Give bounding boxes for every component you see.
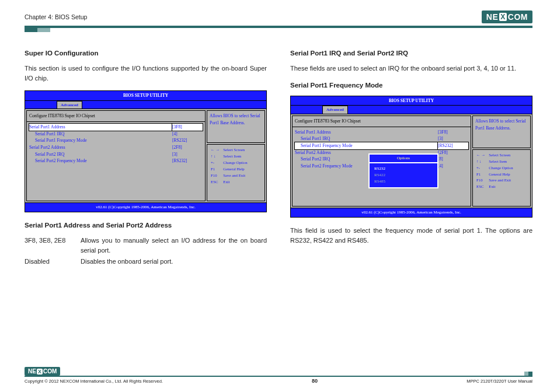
section-freq-mode: Serial Port1 Frequency Mode [290, 80, 532, 91]
section-super-io: Super IO Configuration [25, 48, 267, 59]
bios-footer: v02.61 (C)Copyright 1985-2006, American … [291, 208, 532, 217]
popup-option: RS422 [374, 172, 433, 178]
section-serial-addr: Serial Port1 Address and Serial Port2 Ad… [25, 220, 267, 231]
bios-setting-row: Serial Port1 Frequency Mode[RS232] [29, 137, 203, 144]
super-io-desc: This section is used to configure the I/… [25, 64, 267, 83]
bios-title: BIOS SETUP UTILITY [25, 91, 266, 101]
bios-setting-row: Serial Port1 Frequency Mode[RS232] [295, 142, 468, 149]
bios-help: Allows BIOS to select Serial Port1 Base … [207, 110, 265, 143]
page-number: 80 [312, 378, 318, 384]
footer-squares [524, 372, 532, 376]
bios-setting-row: Serial Port1 IRQ[4] [29, 131, 203, 138]
bios-tab-advanced: Advanced [322, 106, 348, 114]
address-definition: 3F8, 3E8, 2E8Allows you to manually sele… [25, 236, 267, 256]
irq-desc: These fields are used to select an IRQ f… [290, 64, 532, 74]
chapter-title: Chapter 4: BIOS Setup [25, 13, 87, 20]
bios-help: Allows BIOS to select Serial Port1 Base … [472, 116, 531, 148]
bios-title: BIOS SETUP UTILITY [291, 96, 532, 106]
bios-setting-row: Serial Port2 Frequency Mode[RS232] [29, 158, 203, 164]
bios-setting-row: Serial Port2 Address[2F8] [29, 144, 203, 151]
bios-cfg-head: Configure ITE8783 Super IO Chipset [29, 113, 203, 120]
bios-keys: ← →Select Screen↑ ↓Select Item+-Change O… [472, 149, 531, 206]
bios-keys: ← →Select Screen↑ ↓Select Item+-Change O… [207, 144, 265, 201]
bios-setting-row: Serial Port1 IRQ[3] [295, 135, 468, 142]
bios-cfg-head: Configure ITE8783 Super IO Chipset [295, 118, 468, 125]
section-serial-irq: Serial Port1 IRQ and Serial Port2 IRQ [290, 48, 532, 59]
freq-desc: This field is used to select the frequen… [290, 226, 532, 246]
address-definition: DisabledDisables the onboard serial port… [25, 257, 267, 267]
popup-option: RS232 [374, 166, 433, 172]
bios-screenshot-left: BIOS SETUP UTILITY Advanced Configure IT… [25, 90, 267, 212]
bios-setting-row: Serial Port1 Address[3F8] [29, 124, 203, 131]
popup-option: RS485 [374, 178, 433, 185]
copyright: Copyright © 2012 NEXCOM International Co… [25, 379, 163, 384]
brand-logo: NEXCOM [482, 10, 532, 23]
bios-options-popup: Options RS232RS422RS485 [368, 153, 438, 188]
bios-tab-advanced: Advanced [57, 101, 82, 109]
popup-title: Options [370, 155, 437, 163]
bios-setting-row: Serial Port1 Address[3F8] [295, 129, 468, 136]
bios-screenshot-right: BIOS SETUP UTILITY Advanced Configure IT… [290, 96, 532, 218]
header-stripe [25, 28, 532, 32]
bios-footer: v02.61 (C)Copyright 1985-2006, American … [25, 202, 266, 212]
manual-name: MPPC 2120T/3220T User Manual [467, 379, 532, 384]
footer-logo: NEXCOM [25, 367, 60, 376]
bios-setting-row: Serial Port2 IRQ[3] [29, 151, 203, 158]
